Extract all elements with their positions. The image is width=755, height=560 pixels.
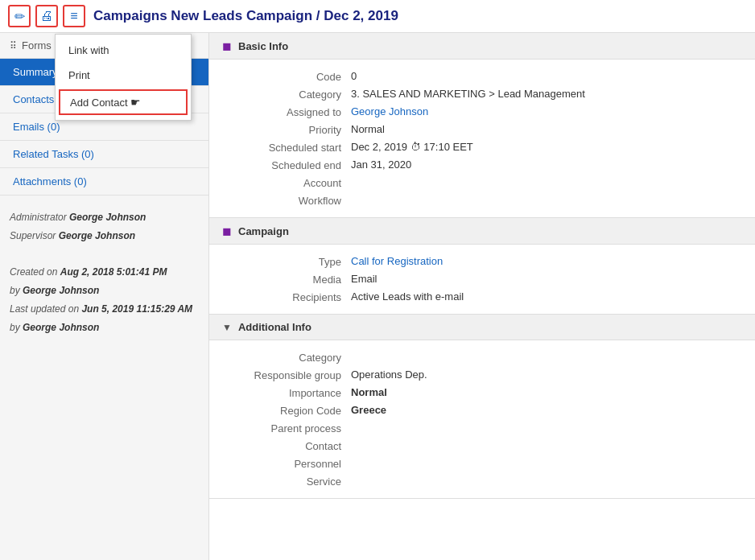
- assigned-to-label: Assigned to: [222, 105, 351, 118]
- additional-info-body: Category Responsible group Operations De…: [209, 340, 755, 498]
- type-value[interactable]: Call for Registration: [351, 255, 742, 267]
- sidebar-meta: Administrator George Johnson Supervisor …: [0, 196, 208, 350]
- nav-related-tasks[interactable]: Related Tasks (0): [0, 141, 208, 168]
- field-assigned-to: Assigned to George Johnson: [209, 103, 755, 121]
- basic-info-header: ◼ Basic Info: [209, 33, 755, 60]
- assigned-to-value[interactable]: George Johnson: [351, 105, 742, 117]
- content-area: ◼ Basic Info Code 0 Category 3. SALES AN…: [209, 33, 755, 560]
- created-value: Aug 2, 2018 5:01:41 PM: [60, 266, 167, 278]
- parent-process-label: Parent process: [222, 422, 351, 434]
- category-value: 3. SALES AND MARKETING > Lead Management: [351, 88, 742, 100]
- campaign-icon: ◼: [222, 224, 232, 237]
- recipients-label: Recipients: [222, 290, 351, 303]
- field-personnel: Personnel: [209, 455, 755, 472]
- dropdown-menu: Link with Print Add Contact ☛: [55, 34, 192, 121]
- field-importance: Importance Normal: [209, 384, 755, 401]
- code-value: 0: [351, 70, 742, 82]
- updated-label: Last updated on: [10, 303, 79, 315]
- updated-by-value: George Johnson: [23, 322, 99, 333]
- type-label: Type: [222, 255, 351, 268]
- field-service: Service: [209, 472, 755, 490]
- field-scheduled-end: Scheduled end Jan 31, 2020: [209, 156, 755, 174]
- media-label: Media: [222, 273, 351, 286]
- created-by-value: George Johnson: [23, 285, 99, 296]
- dropdown-print[interactable]: Print: [56, 63, 191, 88]
- priority-value: Normal: [351, 123, 742, 135]
- supervisor-value: George Johnson: [59, 230, 135, 241]
- field-category: Category 3. SALES AND MARKETING > Lead M…: [209, 85, 755, 103]
- menu-button[interactable]: ≡: [63, 5, 85, 27]
- importance-label: Importance: [222, 386, 351, 399]
- responsible-group-label: Responsible group: [222, 369, 351, 381]
- scheduled-end-label: Scheduled end: [222, 159, 351, 171]
- field-recipients: Recipients Active Leads with e-mail: [209, 288, 755, 306]
- campaign-title: Campaign: [238, 225, 289, 237]
- app-container: ✏ 🖨 ≡ Campaigns New Leads Campaign / Dec…: [0, 0, 755, 560]
- field-region-code: Region Code Greece: [209, 401, 755, 419]
- forms-label: Forms: [22, 39, 52, 51]
- add-category-label: Category: [222, 351, 351, 364]
- admin-label: Administrator: [10, 212, 67, 223]
- region-code-value: Greece: [351, 404, 742, 416]
- updated-value: Jun 5, 2019 11:15:29 AM: [81, 303, 192, 315]
- created-by-label: by: [10, 285, 20, 296]
- basic-info-body: Code 0 Category 3. SALES AND MARKETING >…: [209, 60, 755, 217]
- additional-info-section: ▼ Additional Info Category Responsible g…: [209, 315, 755, 499]
- importance-value: Normal: [351, 386, 742, 398]
- contact-label: Contact: [222, 439, 351, 452]
- additional-info-title: Additional Info: [238, 321, 311, 333]
- additional-info-header[interactable]: ▼ Additional Info: [209, 315, 755, 340]
- basic-info-title: Basic Info: [238, 40, 288, 52]
- field-add-category: Category: [209, 348, 755, 366]
- workflow-label: Workflow: [222, 194, 351, 207]
- campaign-section: ◼ Campaign Type Call for Registration Me…: [209, 218, 755, 315]
- field-contact: Contact: [209, 437, 755, 455]
- field-code: Code 0: [209, 68, 755, 85]
- field-scheduled-start: Scheduled start Dec 2, 2019 ⏱ 17:10 EET: [209, 138, 755, 156]
- supervisor-label: Supervisor: [10, 230, 56, 241]
- print-button[interactable]: 🖨: [35, 5, 58, 27]
- page-title: Campaigns New Leads Campaign / Dec 2, 20…: [93, 8, 398, 24]
- field-workflow: Workflow: [209, 191, 755, 209]
- media-value: Email: [351, 273, 742, 285]
- scheduled-start-value: Dec 2, 2019 ⏱ 17:10 EET: [351, 141, 742, 153]
- toggle-icon: ▼: [222, 322, 232, 333]
- basic-info-section: ◼ Basic Info Code 0 Category 3. SALES AN…: [209, 33, 755, 218]
- created-label: Created on: [10, 266, 57, 278]
- field-parent-process: Parent process: [209, 419, 755, 437]
- responsible-group-value: Operations Dep.: [351, 369, 742, 381]
- campaign-body: Type Call for Registration Media Email R…: [209, 245, 755, 314]
- field-media: Media Email: [209, 270, 755, 288]
- dropdown-add-contact[interactable]: Add Contact ☛: [59, 89, 188, 115]
- service-label: Service: [222, 475, 351, 488]
- field-priority: Priority Normal: [209, 121, 755, 138]
- dropdown-link-with[interactable]: Link with: [56, 38, 191, 63]
- updated-by-label: by: [10, 322, 20, 333]
- cursor-icon: ☛: [130, 96, 141, 109]
- field-account: Account: [209, 174, 755, 191]
- campaign-header: ◼ Campaign: [209, 218, 755, 245]
- top-bar: ✏ 🖨 ≡ Campaigns New Leads Campaign / Dec…: [0, 0, 755, 33]
- scheduled-start-label: Scheduled start: [222, 141, 351, 154]
- grid-icon: ⠿: [10, 40, 17, 51]
- recipients-value: Active Leads with e-mail: [351, 290, 742, 303]
- category-label: Category: [222, 88, 351, 101]
- code-label: Code: [222, 70, 351, 83]
- scheduled-end-value: Jan 31, 2020: [351, 159, 742, 171]
- edit-button[interactable]: ✏: [8, 5, 31, 27]
- region-code-label: Region Code: [222, 404, 351, 417]
- basic-info-icon: ◼: [222, 39, 232, 52]
- personnel-label: Personnel: [222, 457, 351, 470]
- nav-attachments[interactable]: Attachments (0): [0, 168, 208, 196]
- priority-label: Priority: [222, 123, 351, 136]
- admin-value: George Johnson: [69, 212, 146, 223]
- field-type: Type Call for Registration: [209, 253, 755, 270]
- account-label: Account: [222, 176, 351, 189]
- field-responsible-group: Responsible group Operations Dep.: [209, 366, 755, 384]
